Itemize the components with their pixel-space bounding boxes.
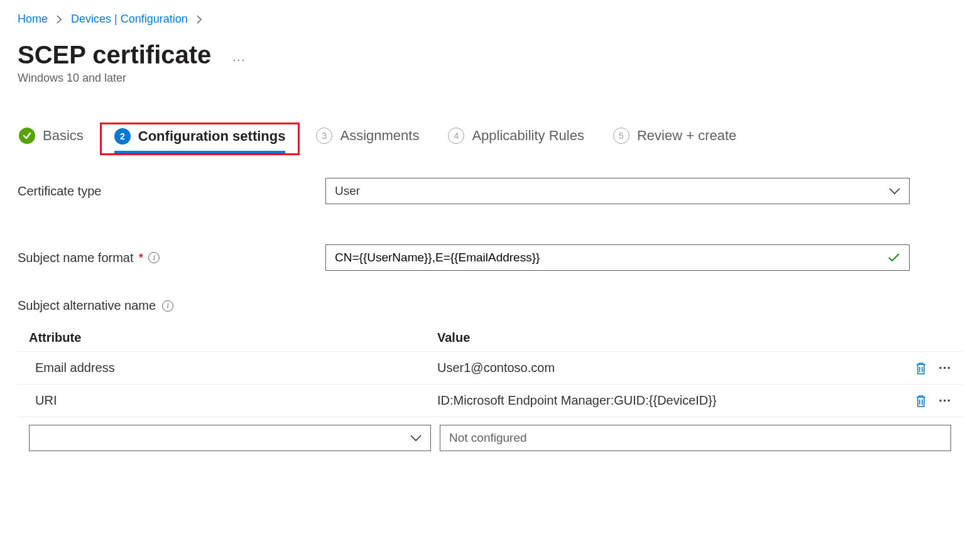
san-table: Attribute Value Email address User1@cont… bbox=[18, 324, 962, 451]
more-icon[interactable]: ··· bbox=[939, 361, 951, 375]
step-number-badge: 3 bbox=[316, 128, 332, 144]
required-asterisk: * bbox=[139, 251, 144, 265]
subject-alternative-name-label: Subject alternative name i bbox=[18, 298, 962, 313]
san-new-value-wrap bbox=[440, 425, 951, 451]
san-value: User1@contoso.com bbox=[437, 361, 888, 375]
breadcrumb: Home Devices | Configuration bbox=[18, 13, 962, 26]
step-label: Basics bbox=[43, 128, 84, 144]
step-assignments[interactable]: 3 Assignments bbox=[316, 128, 419, 150]
san-attribute: URI bbox=[29, 393, 437, 408]
table-row: URI ID:Microsoft Endpoint Manager:GUID:{… bbox=[18, 385, 962, 417]
label-text: Subject alternative name bbox=[18, 298, 156, 313]
column-value: Value bbox=[437, 331, 888, 345]
step-number-badge: 5 bbox=[613, 128, 629, 144]
step-label: Review + create bbox=[637, 128, 736, 144]
step-label: Assignments bbox=[340, 128, 419, 144]
highlight-annotation: 2 Configuration settings bbox=[100, 123, 300, 155]
chevron-right-icon bbox=[57, 15, 62, 24]
step-basics[interactable]: Basics bbox=[19, 128, 84, 150]
more-icon[interactable]: ··· bbox=[939, 393, 951, 408]
valid-check-icon bbox=[888, 253, 900, 263]
info-icon[interactable]: i bbox=[162, 300, 173, 312]
breadcrumb-devices[interactable]: Devices | Configuration bbox=[71, 13, 188, 26]
chevron-right-icon bbox=[197, 15, 202, 24]
check-icon bbox=[19, 128, 35, 144]
subject-name-format-label: Subject name format * i bbox=[18, 251, 325, 265]
step-label: Configuration settings bbox=[138, 128, 286, 145]
step-review-create[interactable]: 5 Review + create bbox=[613, 128, 736, 150]
info-icon[interactable]: i bbox=[148, 252, 160, 263]
page-title: SCEP certificate bbox=[18, 41, 211, 69]
step-applicability-rules[interactable]: 4 Applicability Rules bbox=[448, 128, 584, 150]
trash-icon[interactable] bbox=[915, 361, 927, 375]
subject-name-format-input-wrap bbox=[325, 244, 910, 271]
more-actions-button[interactable]: ··· bbox=[230, 51, 248, 69]
step-configuration-settings[interactable]: 2 Configuration settings bbox=[114, 128, 286, 153]
san-attribute: Email address bbox=[29, 361, 437, 375]
table-row: Email address User1@contoso.com ··· bbox=[18, 352, 962, 385]
chevron-down-icon bbox=[410, 435, 422, 442]
step-number-badge: 2 bbox=[114, 128, 131, 145]
san-value: ID:Microsoft Endpoint Manager:GUID:{{Dev… bbox=[437, 393, 888, 408]
select-value: User bbox=[335, 184, 360, 198]
chevron-down-icon bbox=[889, 188, 900, 195]
san-new-attribute-select[interactable] bbox=[29, 425, 431, 451]
certificate-type-select[interactable]: User bbox=[325, 178, 910, 204]
trash-icon[interactable] bbox=[915, 394, 927, 408]
san-new-value-input[interactable] bbox=[449, 431, 942, 445]
label-text: Subject name format bbox=[18, 251, 134, 265]
subject-name-format-input[interactable] bbox=[335, 251, 888, 265]
page-subtitle: Windows 10 and later bbox=[18, 72, 962, 85]
step-label: Applicability Rules bbox=[472, 128, 584, 144]
table-header: Attribute Value bbox=[18, 324, 962, 352]
column-attribute: Attribute bbox=[29, 331, 437, 345]
wizard-stepper: Basics 2 Configuration settings 3 Assign… bbox=[18, 119, 962, 159]
step-number-badge: 4 bbox=[448, 128, 464, 144]
san-new-row bbox=[18, 417, 962, 451]
certificate-type-label: Certificate type bbox=[18, 184, 325, 199]
breadcrumb-home[interactable]: Home bbox=[18, 13, 48, 26]
